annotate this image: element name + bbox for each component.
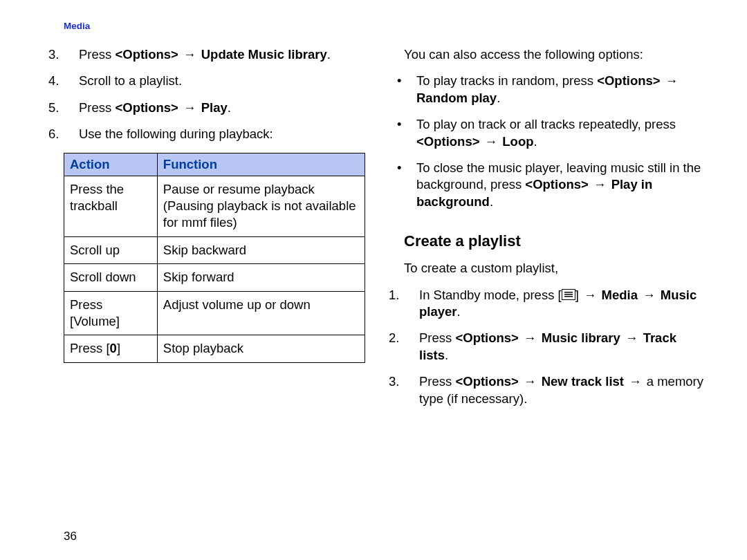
cell-function: Adjust volume up or down xyxy=(157,291,365,335)
table-row: Press [0] Stop playback xyxy=(64,335,365,362)
create-playlist-intro: To create a custom playlist, xyxy=(404,260,706,277)
actions-table: Action Function Press the trackball Paus… xyxy=(64,153,365,363)
right-column: You can also access the following option… xyxy=(404,46,706,417)
manual-page: Media 3.Press <Options> → Update Music l… xyxy=(0,0,747,560)
cell-action: Scroll up xyxy=(64,236,158,263)
section-header: Media xyxy=(64,21,706,31)
cell-function: Skip forward xyxy=(157,264,365,291)
step-5: 5.Press <Options> → Play. xyxy=(64,100,365,116)
create-step-3: 3.Press <Options> → New track list → a m… xyxy=(404,373,706,407)
cell-action: Press the trackball xyxy=(64,176,158,236)
bullet-play-background: •To close the music player, leaving musi… xyxy=(404,160,706,210)
th-function: Function xyxy=(157,153,365,176)
th-action: Action xyxy=(64,153,158,176)
cell-action: Press [Volume] xyxy=(64,291,158,335)
page-number: 36 xyxy=(64,530,77,543)
table-row: Scroll down Skip forward xyxy=(64,264,365,291)
step-6: 6.Use the following during playback: xyxy=(64,126,365,142)
table-row: Scroll up Skip backward xyxy=(64,236,365,263)
table-row: Press [Volume] Adjust volume up or down xyxy=(64,291,365,335)
two-column-layout: 3.Press <Options> → Update Music library… xyxy=(64,46,706,417)
heading-create-playlist: Create a playlist xyxy=(404,232,706,250)
create-step-2: 2.Press <Options> → Music library → Trac… xyxy=(404,330,706,364)
create-step-1: 1.In Standby mode, press [] → Media → Mu… xyxy=(404,287,706,321)
cell-function: Pause or resume playback (Pausing playba… xyxy=(157,176,365,236)
step-3: 3.Press <Options> → Update Music library… xyxy=(64,46,365,63)
left-column: 3.Press <Options> → Update Music library… xyxy=(64,46,365,417)
bullet-random-play: •To play tracks in random, press <Option… xyxy=(404,73,706,106)
table-row: Press the trackball Pause or resume play… xyxy=(64,176,365,236)
cell-action: Scroll down xyxy=(64,264,158,291)
bullet-loop: •To play on track or all tracks repeated… xyxy=(404,116,706,150)
cell-action: Press [0] xyxy=(64,335,158,362)
menu-icon xyxy=(562,289,575,300)
cell-function: Stop playback xyxy=(157,335,365,362)
options-intro: You can also access the following option… xyxy=(404,46,706,63)
step-4: 4.Scroll to a playlist. xyxy=(64,73,365,89)
cell-function: Skip backward xyxy=(157,236,365,263)
